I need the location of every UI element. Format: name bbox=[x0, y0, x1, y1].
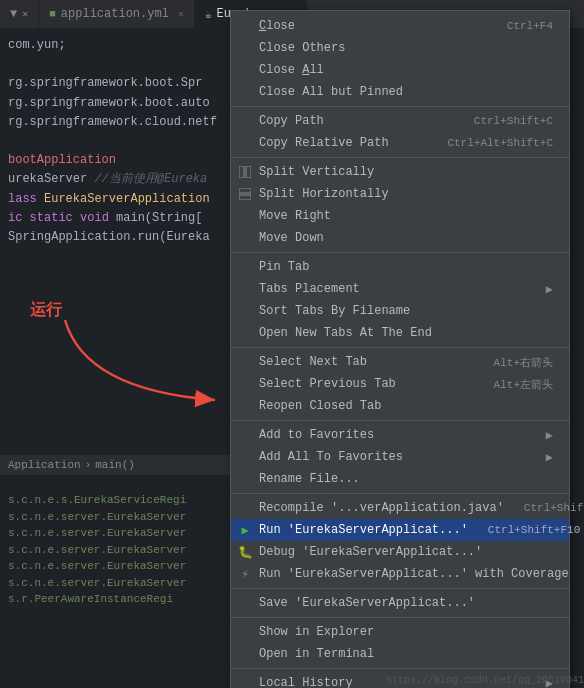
menu-item-debug[interactable]: 🐛 Debug 'EurekaServerApplicat...' bbox=[231, 541, 569, 563]
watermark: https://blog.csdn.net/qq_29519041 bbox=[386, 675, 584, 686]
split-h-icon bbox=[237, 186, 253, 202]
code-line: urekaServer //当前使用@Eureka bbox=[8, 170, 260, 189]
menu-shortcut-copy-rel-path: Ctrl+Alt+Shift+C bbox=[427, 137, 553, 149]
menu-item-pin-tab[interactable]: Pin Tab bbox=[231, 256, 569, 278]
menu-label-add-all-fav: Add All To Favorites bbox=[259, 450, 546, 464]
code-line: com.yun; bbox=[8, 36, 260, 55]
menu-shortcut-close: Ctrl+F4 bbox=[487, 20, 553, 32]
menu-label-run-coverage: Run 'EurekaServerApplicat...' with Cover… bbox=[259, 567, 569, 581]
code-line bbox=[8, 132, 260, 151]
breadcrumb-main: main() bbox=[95, 459, 135, 471]
debug-icon: 🐛 bbox=[237, 544, 253, 560]
menu-label-run: Run 'EurekaServerApplicat...' bbox=[259, 523, 468, 537]
menu-item-rename[interactable]: Rename File... bbox=[231, 468, 569, 490]
menu-label-add-fav: Add to Favorites bbox=[259, 428, 546, 442]
menu-sep-8 bbox=[231, 617, 569, 618]
menu-shortcut-next-tab: Alt+右箭头 bbox=[474, 355, 553, 370]
tabs-placement-arrow: ▶ bbox=[546, 282, 553, 297]
menu-sep-4 bbox=[231, 347, 569, 348]
menu-label-open-terminal: Open in Terminal bbox=[259, 647, 553, 661]
coverage-icon: ⚡ bbox=[237, 566, 253, 582]
tab-close-all[interactable]: ▼ ✕ bbox=[0, 0, 39, 28]
code-line: rg.springframework.boot.Spr bbox=[8, 74, 260, 93]
menu-label-open-new-tabs: Open New Tabs At The End bbox=[259, 326, 553, 340]
menu-item-close-all[interactable]: Close All bbox=[231, 59, 569, 81]
menu-label-save: Save 'EurekaServerApplicat...' bbox=[259, 596, 553, 610]
menu-sep-1 bbox=[231, 106, 569, 107]
menu-item-prev-tab[interactable]: Select Previous Tab Alt+左箭头 bbox=[231, 373, 569, 395]
menu-item-copy-path[interactable]: Copy Path Ctrl+Shift+C bbox=[231, 110, 569, 132]
menu-item-save[interactable]: Save 'EurekaServerApplicat...' bbox=[231, 592, 569, 614]
menu-item-add-fav[interactable]: Add to Favorites ▶ bbox=[231, 424, 569, 446]
menu-item-recompile[interactable]: Recompile '...verApplication.java' Ctrl+… bbox=[231, 497, 569, 519]
tab-x-icon: ✕ bbox=[22, 8, 28, 20]
menu-item-next-tab[interactable]: Select Next Tab Alt+右箭头 bbox=[231, 351, 569, 373]
menu-label-reopen-tab: Reopen Closed Tab bbox=[259, 399, 553, 413]
breadcrumb-application: Application bbox=[8, 459, 81, 471]
breadcrumb-separator: › bbox=[85, 459, 92, 471]
menu-sep-2 bbox=[231, 157, 569, 158]
menu-item-split-h[interactable]: Split Horizontally bbox=[231, 183, 569, 205]
menu-sep-6 bbox=[231, 493, 569, 494]
menu-sep-5 bbox=[231, 420, 569, 421]
menu-item-copy-rel-path[interactable]: Copy Relative Path Ctrl+Alt+Shift+C bbox=[231, 132, 569, 154]
menu-label-close-others: Close Others bbox=[259, 41, 553, 55]
menu-item-show-explorer[interactable]: Show in Explorer bbox=[231, 621, 569, 643]
menu-item-add-all-fav[interactable]: Add All To Favorites ▶ bbox=[231, 446, 569, 468]
menu-item-run-coverage[interactable]: ⚡ Run 'EurekaServerApplicat...' with Cov… bbox=[231, 563, 569, 585]
menu-label-rename: Rename File... bbox=[259, 472, 553, 486]
code-line bbox=[8, 55, 260, 74]
svg-rect-3 bbox=[239, 188, 251, 193]
menu-label-copy-rel-path: Copy Relative Path bbox=[259, 136, 427, 150]
menu-label-next-tab: Select Next Tab bbox=[259, 355, 474, 369]
menu-label-show-explorer: Show in Explorer bbox=[259, 625, 553, 639]
code-line: ic static void main(String[ bbox=[8, 209, 260, 228]
menu-shortcut-run: Ctrl+Shift+F10 bbox=[468, 524, 580, 536]
code-line: rg.springframework.cloud.netf bbox=[8, 113, 260, 132]
menu-sep-7 bbox=[231, 588, 569, 589]
menu-label-debug: Debug 'EurekaServerApplicat...' bbox=[259, 545, 553, 559]
run-icon: ▶ bbox=[237, 522, 253, 538]
menu-label-split-v: Split Vertically bbox=[259, 165, 553, 179]
menu-label-move-right: Move Right bbox=[259, 209, 553, 223]
menu-label-sort-tabs: Sort Tabs By Filename bbox=[259, 304, 553, 318]
code-line: rg.springframework.boot.auto bbox=[8, 94, 260, 113]
java-icon: ☕ bbox=[205, 8, 212, 21]
menu-label-close: Close bbox=[259, 19, 487, 33]
menu-label-copy-path: Copy Path bbox=[259, 114, 454, 128]
menu-item-move-right[interactable]: Move Right bbox=[231, 205, 569, 227]
add-fav-arrow: ▶ bbox=[546, 428, 553, 443]
tab-yml-label: application.yml bbox=[61, 7, 169, 21]
menu-item-run[interactable]: ▶ Run 'EurekaServerApplicat...' Ctrl+Shi… bbox=[231, 519, 569, 541]
tab-yml-close[interactable]: ✕ bbox=[178, 8, 184, 20]
menu-label-split-h: Split Horizontally bbox=[259, 187, 553, 201]
menu-item-tabs-placement[interactable]: Tabs Placement ▶ bbox=[231, 278, 569, 300]
menu-item-close-pinned[interactable]: Close All but Pinned bbox=[231, 81, 569, 103]
menu-item-close[interactable]: Close Ctrl+F4 bbox=[231, 15, 569, 37]
menu-sep-9 bbox=[231, 668, 569, 669]
menu-shortcut-copy-path: Ctrl+Shift+C bbox=[454, 115, 553, 127]
tab-application-yml[interactable]: ■ application.yml ✕ bbox=[39, 0, 195, 28]
add-all-fav-arrow: ▶ bbox=[546, 450, 553, 465]
yaml-icon: ■ bbox=[49, 8, 56, 20]
breadcrumb: Application › main() bbox=[0, 455, 255, 475]
svg-rect-4 bbox=[239, 195, 251, 200]
split-v-icon bbox=[237, 164, 253, 180]
code-line: bootApplication bbox=[8, 151, 260, 170]
svg-rect-2 bbox=[246, 166, 251, 178]
menu-sep-3 bbox=[231, 252, 569, 253]
menu-label-close-pinned: Close All but Pinned bbox=[259, 85, 553, 99]
code-line: SpringApplication.run(Eureka bbox=[8, 228, 260, 247]
code-line: lass EurekaServerApplication bbox=[8, 190, 260, 209]
menu-shortcut-prev-tab: Alt+左箭头 bbox=[474, 377, 553, 392]
menu-item-open-terminal[interactable]: Open in Terminal bbox=[231, 643, 569, 665]
menu-item-split-v[interactable]: Split Vertically bbox=[231, 161, 569, 183]
menu-item-move-down[interactable]: Move Down bbox=[231, 227, 569, 249]
menu-item-sort-tabs[interactable]: Sort Tabs By Filename bbox=[231, 300, 569, 322]
menu-item-reopen-tab[interactable]: Reopen Closed Tab bbox=[231, 395, 569, 417]
menu-shortcut-recompile: Ctrl+Shift+F9 bbox=[504, 502, 584, 514]
svg-rect-1 bbox=[239, 166, 244, 178]
menu-item-open-new-tabs[interactable]: Open New Tabs At The End bbox=[231, 322, 569, 344]
run-arrow bbox=[55, 310, 235, 410]
menu-item-close-others[interactable]: Close Others bbox=[231, 37, 569, 59]
